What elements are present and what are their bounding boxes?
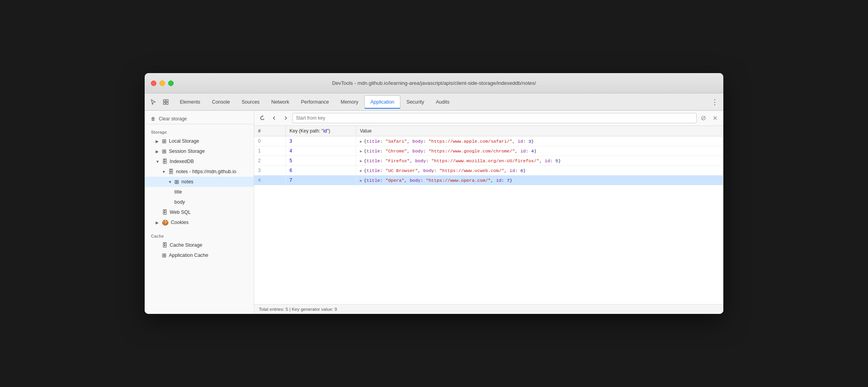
svg-line-5: [702, 117, 705, 120]
close-button[interactable]: [710, 113, 720, 123]
cursor-tool-button[interactable]: [148, 97, 159, 108]
data-table: # Key (Key path: "id") Value 0 3 ▶{title…: [254, 126, 723, 304]
tab-application[interactable]: Application: [364, 95, 400, 109]
sidebar-item-title-field[interactable]: title: [145, 187, 254, 197]
row-value: ▶{title: "Chrome", body: "https://www.go…: [356, 146, 723, 156]
close-button[interactable]: [151, 81, 156, 86]
search-input[interactable]: [292, 113, 697, 123]
database-icon: 🗄: [162, 242, 167, 248]
status-text: Total entries: 5 | Key generator value: …: [259, 307, 337, 312]
minimize-button[interactable]: [160, 81, 165, 86]
svg-rect-3: [166, 102, 168, 104]
data-panel: # Key (Key path: "id") Value 0 3 ▶{title…: [254, 111, 723, 314]
database-icon: 🗄: [168, 168, 174, 175]
row-value: ▶{title: "UC Browser", body: "https://ww…: [356, 166, 723, 176]
window-title: DevTools - mdn.github.io/learning-area/j…: [332, 80, 536, 86]
clear-storage-button[interactable]: 🗑 Clear storage: [145, 114, 254, 124]
inspect-tool-button[interactable]: [160, 97, 171, 108]
data-toolbar: [254, 111, 723, 126]
expand-icon[interactable]: ▶: [360, 140, 362, 144]
storage-section-title: Storage: [145, 128, 254, 136]
sidebar-item-body-field[interactable]: body: [145, 197, 254, 207]
sidebar: 🗑 Clear storage Storage ▶ ⊞ Local Storag…: [145, 111, 254, 314]
table-row[interactable]: 1 4 ▶{title: "Chrome", body: "https://ww…: [254, 146, 723, 156]
devtools-window: DevTools - mdn.github.io/learning-area/j…: [145, 73, 723, 314]
cache-section: Cache ▶ 🗄 Cache Storage ▶ ⊞ Application …: [145, 230, 254, 263]
row-num: 1: [254, 146, 285, 156]
row-key: 7: [285, 176, 356, 185]
row-num: 4: [254, 176, 285, 185]
storage-section: Storage ▶ ⊞ Local Storage ▶ ⊞ Session St…: [145, 126, 254, 230]
expand-icon[interactable]: ▶: [360, 159, 362, 163]
sidebar-item-web-sql[interactable]: ▶ 🗄 Web SQL: [145, 207, 254, 217]
sidebar-item-notes-db[interactable]: ▼ 🗄 notes - https://mdn.github.io: [145, 167, 254, 177]
tabs-list: Elements Console Sources Network Perform…: [174, 95, 709, 109]
table-row[interactable]: 3 6 ▶{title: "UC Browser", body: "https:…: [254, 166, 723, 176]
next-button[interactable]: [281, 113, 291, 123]
collapse-arrow-icon: ▼: [168, 180, 173, 184]
tab-active-indicator: [365, 108, 400, 109]
trash-icon: 🗑: [151, 116, 156, 122]
block-button[interactable]: [698, 113, 708, 123]
database-icon: 🗄: [162, 209, 167, 215]
sidebar-item-indexeddb[interactable]: ▼ 🗄 IndexedDB: [145, 156, 254, 167]
status-bar: Total entries: 5 | Key generator value: …: [254, 304, 723, 314]
table-header-row: # Key (Key path: "id") Value: [254, 126, 723, 136]
sidebar-item-notes-store[interactable]: ▼ ⊞ notes: [145, 177, 254, 187]
row-key: 3: [285, 136, 356, 146]
col-key: Key (Key path: "id"): [285, 126, 356, 136]
table-row[interactable]: 2 5 ▶{title: "Firefox", body: "https://w…: [254, 156, 723, 166]
table-body: 0 3 ▶{title: "Safari", body: "https://ww…: [254, 136, 723, 185]
prev-button[interactable]: [269, 113, 279, 123]
expand-icon[interactable]: ▶: [360, 149, 362, 154]
sidebar-item-session-storage[interactable]: ▶ ⊞ Session Storage: [145, 146, 254, 156]
refresh-button[interactable]: [257, 113, 267, 123]
tab-sources[interactable]: Sources: [236, 95, 265, 109]
row-num: 0: [254, 136, 285, 146]
indexeddb-table: # Key (Key path: "id") Value 0 3 ▶{title…: [254, 126, 723, 185]
table-row[interactable]: 4 7 ▶{title: "Opera", body: "https://www…: [254, 176, 723, 185]
grid-icon: ⊞: [162, 138, 167, 144]
more-tabs-button[interactable]: ⋮: [709, 97, 720, 108]
collapse-arrow-icon: ▶: [156, 220, 160, 225]
expand-icon[interactable]: ▶: [360, 179, 362, 183]
tab-audits[interactable]: Audits: [430, 95, 455, 109]
tab-security[interactable]: Security: [401, 95, 430, 109]
row-value: ▶{title: "Firefox", body: "https://www.m…: [356, 156, 723, 166]
sidebar-item-local-storage[interactable]: ▶ ⊞ Local Storage: [145, 136, 254, 146]
sidebar-item-cookies[interactable]: ▶ 🍪 Cookies: [145, 217, 254, 228]
tabs-bar: Elements Console Sources Network Perform…: [145, 93, 723, 111]
tab-network[interactable]: Network: [266, 95, 295, 109]
row-key: 6: [285, 166, 356, 176]
tab-performance[interactable]: Performance: [296, 95, 335, 109]
table-row[interactable]: 0 3 ▶{title: "Safari", body: "https://ww…: [254, 136, 723, 146]
tab-console[interactable]: Console: [206, 95, 235, 109]
row-value: ▶{title: "Opera", body: "https://www.ope…: [356, 176, 723, 185]
row-value: ▶{title: "Safari", body: "https://www.ap…: [356, 136, 723, 146]
fullscreen-button[interactable]: [168, 81, 174, 86]
sidebar-item-application-cache[interactable]: ▶ ⊞ Application Cache: [145, 250, 254, 260]
svg-rect-0: [163, 100, 165, 102]
traffic-lights: [151, 81, 174, 86]
svg-rect-2: [163, 102, 165, 104]
collapse-arrow-icon: ▶: [156, 139, 160, 143]
title-bar: DevTools - mdn.github.io/learning-area/j…: [145, 73, 723, 93]
database-icon: 🗄: [162, 158, 167, 165]
row-num: 2: [254, 156, 285, 166]
col-value: Value: [356, 126, 723, 136]
tab-elements[interactable]: Elements: [174, 95, 206, 109]
tab-memory[interactable]: Memory: [335, 95, 364, 109]
sidebar-item-cache-storage[interactable]: ▶ 🗄 Cache Storage: [145, 240, 254, 250]
col-num: #: [254, 126, 285, 136]
row-num: 3: [254, 166, 285, 176]
collapse-arrow-icon: ▼: [162, 170, 167, 174]
table-icon: ⊞: [174, 179, 179, 185]
row-key: 5: [285, 156, 356, 166]
grid-icon: ⊞: [162, 148, 167, 154]
main-content: 🗑 Clear storage Storage ▶ ⊞ Local Storag…: [145, 111, 723, 314]
collapse-arrow-icon: ▼: [156, 159, 160, 164]
grid-icon: ⊞: [162, 252, 167, 258]
row-key: 4: [285, 146, 356, 156]
cookie-icon: 🍪: [162, 219, 169, 226]
expand-icon[interactable]: ▶: [360, 169, 362, 173]
